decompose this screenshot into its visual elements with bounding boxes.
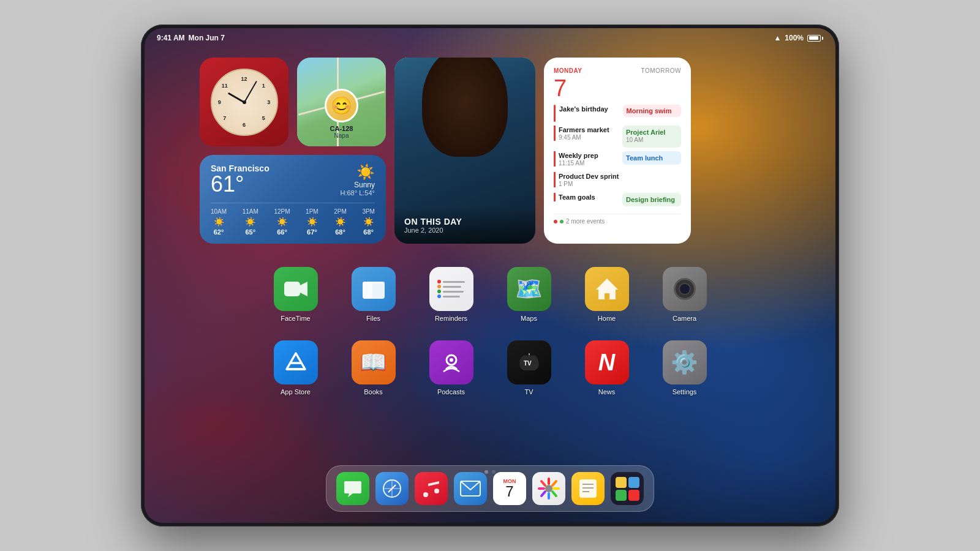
reminder-dot-2: [437, 285, 441, 288]
widget-mini-2: [628, 477, 639, 488]
calendar-tomorrow-label: TOMORROW: [641, 67, 681, 74]
facetime-icon: [274, 267, 318, 311]
wifi-icon: ▲: [774, 34, 781, 42]
maps-label: Maps: [521, 315, 537, 322]
team-lunch-event: Team lunch: [622, 151, 681, 165]
battery-tip: [822, 37, 823, 40]
weather-hour-3pm: 3PM ☀️ 68°: [362, 208, 375, 236]
team-lunch-col: Team lunch: [617, 151, 681, 165]
design-briefing-event: Design briefing: [622, 193, 681, 206]
status-time: 9:41 AM: [157, 34, 185, 42]
svg-line-21: [552, 492, 556, 496]
safari-svg: [382, 479, 402, 498]
app-appletv[interactable]: TV TV: [507, 340, 551, 395]
app-maps[interactable]: 🗺️ Maps: [507, 267, 551, 322]
files-svg: [361, 277, 386, 301]
forecast-temp-6: 68°: [363, 228, 374, 236]
calendar-event-weekly-prep: Weekly prep 11:15 AM Team lunch: [554, 151, 681, 168]
calendar-divider: [554, 214, 681, 214]
dock-messages[interactable]: [336, 472, 369, 505]
weather-left: San Francisco 61°: [211, 163, 270, 195]
facetime-svg: [284, 280, 307, 298]
svg-point-9: [450, 358, 453, 362]
team-lunch-title: Team lunch: [626, 154, 677, 162]
maps-widget[interactable]: 😊 CA-128 Napa: [297, 58, 386, 146]
clock-num-3: 3: [267, 99, 270, 105]
clock-num-12: 12: [241, 76, 247, 82]
clock-num-5: 5: [262, 115, 265, 121]
maps-destination: Napa: [334, 132, 349, 139]
weather-hour-11am: 11AM ☀️ 65°: [243, 208, 258, 236]
battery-percent: 100%: [785, 34, 804, 42]
calendar-day-label: MONDAY: [554, 67, 582, 74]
calendar-event-jakes-birthday: Jake's birthday Morning swim: [554, 105, 681, 122]
clock-center: [243, 100, 246, 104]
dock: MON 7: [326, 465, 654, 512]
dock-safari[interactable]: [375, 472, 409, 505]
app-files[interactable]: Files: [352, 267, 396, 322]
books-emoji: 📖: [360, 350, 387, 375]
calendar-widget[interactable]: MONDAY TOMORROW 7 Jake's birthday Mornin…: [544, 58, 691, 244]
weather-high-low: H:68° L:54°: [340, 189, 375, 197]
books-label: Books: [364, 388, 383, 395]
clock-num-7: 7: [223, 115, 226, 121]
calendar-event-team-goals: Team goals Design briefing: [554, 193, 681, 210]
forecast-icon-1: ☀️: [214, 217, 224, 227]
photo-overlay: ON THIS DAY June 2, 2020: [394, 207, 535, 244]
project-ariel-time: 10 AM: [626, 137, 677, 143]
forecast-icon-4: ☀️: [307, 217, 317, 227]
app-camera[interactable]: Camera: [663, 267, 707, 322]
app-podcasts[interactable]: Podcasts: [429, 340, 473, 395]
appstore-label: App Store: [281, 388, 311, 395]
photo-date: June 2, 2020: [404, 227, 526, 234]
clock-num-6: 6: [243, 122, 246, 128]
clock-widget[interactable]: 12 1 3 5 6 7 9 11: [200, 58, 288, 146]
forecast-icon-2: ☀️: [245, 217, 255, 227]
forecast-temp-5: 68°: [335, 228, 345, 236]
farmers-market-time: 9:45 AM: [559, 134, 617, 141]
weekly-prep-block: Weekly prep 11:15 AM: [554, 151, 617, 167]
podcasts-svg: [440, 351, 463, 374]
dock-mail[interactable]: [454, 472, 487, 505]
files-label: Files: [366, 315, 380, 322]
app-settings[interactable]: ⚙️ Settings: [663, 340, 707, 395]
reminder-bar-4: [443, 296, 460, 298]
app-books[interactable]: 📖 Books: [352, 340, 396, 395]
dock-calendar[interactable]: MON 7: [493, 472, 526, 505]
files-icon: [352, 267, 396, 311]
clock-num-1: 1: [262, 83, 265, 89]
more-events-text: 2 more events: [566, 218, 605, 225]
more-dot-2: [560, 220, 564, 223]
weather-condition: Sunny: [340, 181, 375, 189]
reminder-line-1: [437, 280, 465, 283]
reminders-label: Reminders: [435, 315, 467, 322]
weekly-prep-time: 11:15 AM: [559, 160, 617, 167]
dock-notes[interactable]: [571, 472, 605, 505]
app-facetime[interactable]: FaceTime: [274, 267, 318, 322]
app-news[interactable]: N News: [585, 340, 629, 395]
photo-widget[interactable]: ON THIS DAY June 2, 2020: [394, 58, 535, 244]
forecast-icon-5: ☀️: [335, 217, 345, 227]
app-reminders[interactable]: Reminders: [429, 267, 473, 322]
design-briefing-col: Design briefing: [617, 193, 681, 206]
dock-music[interactable]: [415, 472, 448, 505]
svg-line-19: [552, 481, 556, 485]
svg-rect-4: [363, 282, 385, 284]
weather-hour-10am: 10AM ☀️ 62°: [211, 208, 227, 236]
project-ariel-col: Project Ariel 10 AM: [617, 126, 681, 148]
weather-widget[interactable]: San Francisco 61° ☀️ Sunny H:68° L:54°: [200, 155, 386, 244]
weather-top: San Francisco 61° ☀️ Sunny H:68° L:54°: [211, 163, 375, 197]
weather-hour-12pm: 12PM ☀️ 66°: [274, 208, 290, 236]
messages-svg: [343, 479, 363, 498]
more-dot-1: [554, 220, 557, 223]
dock-photos[interactable]: [532, 472, 565, 505]
forecast-time-4: 1PM: [306, 208, 318, 215]
farmers-market-block: Farmers market 9:45 AM: [554, 126, 617, 141]
photo-title: ON THIS DAY: [404, 217, 526, 227]
maps-app-icon: 🗺️: [507, 267, 551, 311]
podcasts-icon: [429, 340, 473, 384]
dock-widgets[interactable]: [611, 472, 644, 505]
app-home[interactable]: Home: [585, 267, 629, 322]
camera-lens-inner: [679, 283, 691, 295]
app-appstore[interactable]: App Store: [274, 340, 318, 395]
